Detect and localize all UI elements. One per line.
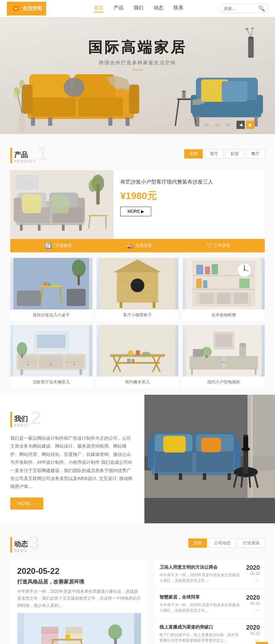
news-item-title-0: 卫浴人用意文明的方法让两会 bbox=[160, 564, 243, 570]
product-title-texts: 产品 PRODUCT bbox=[14, 150, 36, 163]
about-title-zh: 我们 bbox=[14, 414, 29, 424]
news-content: 2020-05-22 打造风格品居，改善家居环境 今年将不大一样，2020年居是… bbox=[10, 559, 265, 644]
product-img-svg-3 bbox=[13, 325, 89, 376]
about-section: 我们 ABOUT 2 我们是一家以网站设计制作和广告设计制作为主的公司，公司主营… bbox=[0, 395, 275, 523]
product-card-0[interactable]: 迷你沙发边几小桌子 bbox=[10, 258, 92, 321]
svg-rect-31 bbox=[254, 116, 258, 127]
svg-point-2 bbox=[15, 8, 17, 9]
product-section-header: 产品 PRODUCT 1 全部 客厅 卧室 餐厅 bbox=[10, 144, 265, 163]
news-item-1[interactable]: 智慧家居，全球同享 今年将不大一样，2020年居是中国未来全里建成小康社，决战脱… bbox=[155, 589, 265, 618]
svg-rect-154 bbox=[155, 451, 192, 472]
svg-rect-113 bbox=[79, 369, 82, 375]
svg-rect-82 bbox=[120, 302, 122, 308]
news-item-text-2: 线上直播成为渠道的突破口 线下门路始难不结，线上直播成为出路，面对互联网公司竞争… bbox=[160, 624, 243, 643]
product-card-3[interactable]: 北欧客厅实木搁茶几 bbox=[10, 325, 92, 388]
svg-rect-70 bbox=[48, 283, 51, 286]
hero-title: 国际高端家居 bbox=[88, 38, 187, 57]
svg-rect-15 bbox=[78, 98, 123, 117]
news-item-2[interactable]: 线上直播成为渠道的突破口 线下门路始难不结，线上直播成为出路，面对互联网公司竞争… bbox=[155, 619, 265, 644]
product-card-4[interactable]: 简约橡木茶几 bbox=[97, 325, 179, 388]
news-item-month-2: 05-22 bbox=[246, 631, 260, 635]
svg-rect-56 bbox=[52, 195, 69, 213]
news-arrow-1[interactable]: → bbox=[246, 607, 260, 613]
featured-product-info: 布艺沙发小户型客厅现代整装布沙发三人 ¥1980元 MORE ▶ bbox=[113, 170, 265, 239]
svg-rect-156 bbox=[148, 441, 154, 469]
nav-item-news[interactable]: 动态 bbox=[154, 5, 163, 12]
product-title-en: PRODUCT bbox=[14, 160, 36, 163]
news-tab-company[interactable]: 公司动态 bbox=[209, 538, 236, 548]
search-icon[interactable]: 🔍 bbox=[258, 5, 265, 12]
news-item-0[interactable]: 卫浴人用意文明的方法让两会 今年将不大一样，2020年居是中国未来全里建成小康社… bbox=[155, 559, 265, 588]
about-left: 我们 ABOUT 2 我们是一家以网站设计制作和广告设计制作为主的公司，公司主营… bbox=[0, 395, 144, 523]
svg-point-127 bbox=[142, 352, 150, 355]
svg-rect-69 bbox=[44, 282, 47, 286]
news-item-date-2: 2020 05-22 → bbox=[246, 624, 260, 643]
svg-point-109 bbox=[27, 363, 29, 365]
svg-line-38 bbox=[247, 29, 251, 37]
featured-more-button[interactable]: MORE ▶ bbox=[120, 207, 151, 216]
featured-sofa-svg bbox=[10, 170, 113, 239]
nav-item-contact[interactable]: 联系 bbox=[174, 5, 183, 12]
svg-rect-139 bbox=[239, 346, 246, 357]
svg-rect-142 bbox=[206, 355, 208, 358]
svg-rect-112 bbox=[20, 369, 23, 375]
news-item-date-1: 2020 05-22 → bbox=[246, 594, 260, 613]
svg-rect-170 bbox=[179, 473, 182, 480]
product-card-1[interactable]: 客厅小猫壁柜子 bbox=[97, 258, 179, 321]
news-tab-industry[interactable]: 行业资讯 bbox=[238, 538, 265, 548]
svg-rect-133 bbox=[226, 357, 257, 369]
svg-rect-115 bbox=[37, 335, 66, 348]
news-arrow-0[interactable]: → bbox=[246, 577, 260, 583]
warranty-icon: 🛡 bbox=[207, 243, 212, 249]
nav-item-product[interactable]: 产品 bbox=[114, 5, 123, 12]
product-img-svg-4 bbox=[100, 325, 175, 376]
news-featured-date: 2020-05-22 bbox=[17, 566, 141, 576]
about-interior-svg bbox=[144, 395, 275, 498]
back-to-top-button[interactable]: ↑ bbox=[256, 642, 268, 644]
filter-tab-all[interactable]: 全部 bbox=[184, 149, 203, 159]
svg-rect-19 bbox=[48, 117, 52, 126]
about-text: 我们是一家以网站设计制作和广告设计制作为主的公司，公司主营业务为网站建设、网站设… bbox=[10, 434, 134, 491]
svg-rect-55 bbox=[22, 194, 41, 213]
svg-rect-171 bbox=[203, 473, 206, 480]
svg-rect-137 bbox=[255, 369, 256, 375]
svg-point-47 bbox=[89, 179, 97, 192]
svg-point-125 bbox=[128, 350, 133, 356]
news-featured-image bbox=[17, 613, 141, 644]
news-tab-all[interactable]: 全部 bbox=[188, 538, 207, 548]
svg-rect-21 bbox=[125, 117, 130, 126]
hero-subtitle: 跨国合作打造多样家庭生活空间 bbox=[88, 60, 187, 66]
svg-point-168 bbox=[243, 435, 248, 437]
svg-line-165 bbox=[249, 476, 250, 488]
svg-point-184 bbox=[108, 624, 122, 640]
news-item-text-1: 智慧家居，全球同享 今年将不大一样，2020年居是中国未来全里建成小康社，决战脱… bbox=[160, 594, 243, 613]
product-card-5[interactable]: 现代小户型电视柜 bbox=[183, 325, 265, 388]
logo[interactable]: 生活空间 bbox=[7, 2, 46, 15]
product-section: 产品 PRODUCT 1 全部 客厅 卧室 餐厅 bbox=[0, 134, 275, 395]
product-img-1 bbox=[97, 258, 179, 309]
news-title-bar bbox=[10, 537, 12, 553]
filter-tab-living[interactable]: 客厅 bbox=[205, 149, 223, 159]
svg-rect-57 bbox=[20, 225, 23, 231]
filter-tab-bedroom[interactable]: 卧室 bbox=[226, 149, 244, 159]
news-title-en: NEWS bbox=[14, 549, 28, 553]
svg-line-39 bbox=[251, 28, 253, 36]
nav-item-home[interactable]: 首页 bbox=[94, 5, 103, 12]
svg-rect-172 bbox=[228, 473, 231, 480]
svg-rect-179 bbox=[65, 627, 82, 634]
search-input[interactable] bbox=[224, 6, 258, 11]
product-card-2[interactable]: 实木收纳柜整 bbox=[183, 258, 265, 321]
svg-rect-96 bbox=[203, 280, 207, 288]
product-name-1: 客厅小猫壁柜子 bbox=[97, 309, 179, 321]
svg-rect-95 bbox=[196, 279, 202, 288]
svg-point-22 bbox=[64, 78, 84, 97]
product-img-svg-0 bbox=[13, 258, 89, 309]
featured-product-price: ¥1980元 bbox=[120, 189, 258, 203]
filter-tab-dining[interactable]: 餐厅 bbox=[246, 149, 265, 159]
news-title-block: 动态 NEWS 3 bbox=[10, 534, 40, 553]
svg-rect-136 bbox=[191, 369, 193, 375]
product-title-zh: 产品 bbox=[14, 150, 36, 160]
svg-rect-99 bbox=[200, 293, 213, 304]
nav-item-about[interactable]: 我们 bbox=[134, 5, 143, 12]
about-more-button[interactable]: MORE → bbox=[10, 498, 43, 510]
